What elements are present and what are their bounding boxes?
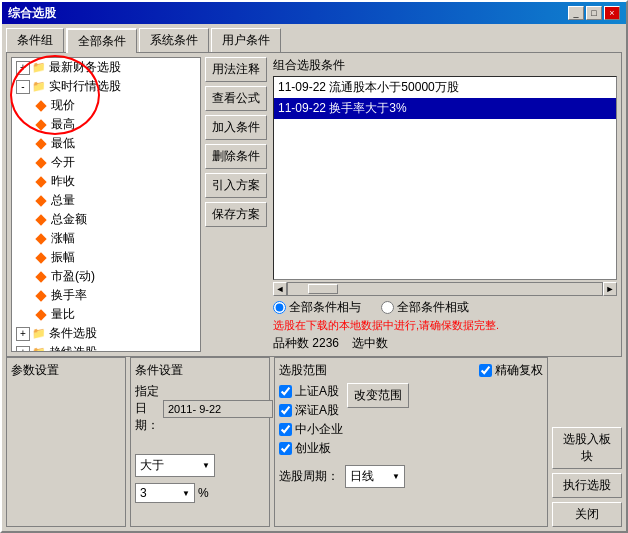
tree-item-zg[interactable]: 最高 bbox=[12, 115, 200, 134]
date-input[interactable] bbox=[163, 400, 273, 418]
checkbox-zxqy[interactable] bbox=[279, 423, 292, 436]
tree-item-sssq[interactable]: - 📁 实时行情选股 bbox=[12, 77, 200, 96]
restore-button[interactable]: □ bbox=[586, 6, 602, 20]
precision-label: 精确复权 bbox=[495, 362, 543, 379]
add-to-plate-button[interactable]: 选股入板块 bbox=[552, 427, 622, 469]
stock-range: 选股范围 上证A股 深证A股 bbox=[274, 357, 548, 527]
tab-all-conditions[interactable]: 全部条件 bbox=[66, 28, 137, 53]
checkbox-label-szq: 深证A股 bbox=[295, 402, 339, 419]
operator-select-container: 大于 ▼ bbox=[135, 454, 265, 477]
right-panel: 用法注释 查看公式 加入条件 删除条件 引入方案 保存方案 组合选股条件 11-… bbox=[205, 57, 617, 352]
leaf-icon-zg bbox=[34, 118, 48, 132]
period-select[interactable]: 日线 ▼ bbox=[345, 465, 405, 488]
close-main-button[interactable]: 关闭 bbox=[552, 502, 622, 527]
tree-item-tjxg[interactable]: + 📁 条件选股 bbox=[12, 324, 200, 343]
checkbox-item-1: 深证A股 bbox=[279, 402, 343, 419]
execute-button[interactable]: 执行选股 bbox=[552, 473, 622, 498]
checkbox-item-2: 中小企业 bbox=[279, 421, 343, 438]
tree-item-zdf[interactable]: 涨幅 bbox=[12, 229, 200, 248]
radio-group: 全部条件相与 全部条件相或 bbox=[273, 299, 617, 316]
scroll-left-button[interactable]: ◄ bbox=[273, 282, 287, 296]
radio-all-and[interactable]: 全部条件相与 bbox=[273, 299, 361, 316]
leaf-icon-zhf bbox=[34, 251, 48, 265]
cond-settings: 条件设置 指定日期： 大于 ▼ 3 ▼ % bbox=[130, 357, 270, 527]
checkbox-shzq[interactable] bbox=[279, 385, 292, 398]
tab-condition-group[interactable]: 条件组 bbox=[6, 28, 64, 52]
date-label: 指定日期： bbox=[135, 383, 159, 434]
leaf-icon-zs bbox=[34, 175, 48, 189]
scrollbar-thumb[interactable] bbox=[308, 284, 338, 294]
tree-item-lb[interactable]: 量比 bbox=[12, 305, 200, 324]
conditions-buttons: 用法注释 查看公式 加入条件 删除条件 引入方案 保存方案 bbox=[205, 57, 267, 352]
condition-item-0[interactable]: 11-09-22 流通股本小于50000万股 bbox=[274, 77, 616, 98]
radio-input-and[interactable] bbox=[273, 301, 286, 314]
tree-item-jk[interactable]: 今开 bbox=[12, 153, 200, 172]
add-note-button[interactable]: 用法注释 bbox=[205, 57, 267, 82]
conditions-panel-title: 组合选股条件 bbox=[273, 57, 617, 74]
view-formula-button[interactable]: 查看公式 bbox=[205, 86, 267, 111]
tree-item-zhf[interactable]: 振幅 bbox=[12, 248, 200, 267]
scroll-right-button[interactable]: ► bbox=[603, 282, 617, 296]
period-label: 选股周期： bbox=[279, 468, 339, 485]
leaf-icon-spzb bbox=[34, 270, 48, 284]
checkbox-cyb[interactable] bbox=[279, 442, 292, 455]
scrollbar-horizontal[interactable] bbox=[287, 282, 603, 296]
tree-item-zl[interactable]: 总量 bbox=[12, 191, 200, 210]
tree-item-xj[interactable]: 现价 bbox=[12, 96, 200, 115]
stock-count-label: 品种数 bbox=[273, 336, 309, 350]
expand-icon-cj[interactable]: + bbox=[16, 61, 30, 75]
tab-system-conditions[interactable]: 系统条件 bbox=[139, 28, 209, 52]
radio-all-or[interactable]: 全部条件相或 bbox=[381, 299, 469, 316]
tree-container[interactable]: + 📁 最新财务选股 - 📁 实时行情选股 现价 最高 bbox=[11, 57, 201, 352]
operator-label: 大于 bbox=[140, 457, 164, 474]
scrollbar-area: ◄ ► bbox=[273, 282, 617, 296]
operator-select[interactable]: 大于 ▼ bbox=[135, 454, 215, 477]
warning-text: 选股在下载的本地数据中进行,请确保数据完整. bbox=[273, 318, 617, 333]
selected-label: 选中数 bbox=[352, 336, 388, 350]
save-plan-button[interactable]: 保存方案 bbox=[205, 202, 267, 227]
stock-range-grid: 上证A股 深证A股 中小企业 bbox=[279, 383, 409, 459]
tabs-bar: 条件组 全部条件 系统条件 用户条件 bbox=[2, 24, 626, 52]
tree-label-zhf: 振幅 bbox=[51, 249, 75, 266]
checkbox-szq[interactable] bbox=[279, 404, 292, 417]
tree-label-zd: 最低 bbox=[51, 135, 75, 152]
import-plan-button[interactable]: 引入方案 bbox=[205, 173, 267, 198]
folder-icon-qxxg: 📁 bbox=[32, 346, 46, 353]
cond-settings-title: 条件设置 bbox=[135, 362, 265, 379]
tree-label-zl: 总量 bbox=[51, 192, 75, 209]
close-button[interactable]: × bbox=[604, 6, 620, 20]
leaf-icon-zje bbox=[34, 213, 48, 227]
precision-checkbox[interactable] bbox=[479, 364, 492, 377]
expand-icon-tjxg[interactable]: + bbox=[16, 327, 30, 341]
change-range-button[interactable]: 改变范围 bbox=[347, 383, 409, 408]
conditions-list[interactable]: 11-09-22 流通股本小于50000万股 11-09-22 换手率大于3% bbox=[273, 76, 617, 280]
add-condition-button[interactable]: 加入条件 bbox=[205, 115, 267, 140]
param-section: 参数设置 bbox=[6, 357, 126, 527]
value-select[interactable]: 3 ▼ bbox=[135, 483, 195, 503]
condition-item-1[interactable]: 11-09-22 换手率大于3% bbox=[274, 98, 616, 119]
expand-icon-sssq[interactable]: - bbox=[16, 80, 30, 94]
remove-condition-button[interactable]: 删除条件 bbox=[205, 144, 267, 169]
tree-item-hsl[interactable]: 换手率 bbox=[12, 286, 200, 305]
bottom-section: 参数设置 条件设置 指定日期： 大于 ▼ 3 ▼ bbox=[6, 357, 622, 527]
title-bar-controls: _ □ × bbox=[568, 6, 620, 20]
stock-count-area: 品种数 2236 选中数 bbox=[273, 335, 388, 352]
tab-user-conditions[interactable]: 用户条件 bbox=[211, 28, 281, 52]
tree-label-sssq: 实时行情选股 bbox=[49, 78, 121, 95]
folder-icon-tjxg: 📁 bbox=[32, 327, 46, 341]
tree-item-qxxg[interactable]: + 📁 趋线选股 bbox=[12, 343, 200, 352]
expand-icon-qxxg[interactable]: + bbox=[16, 346, 30, 353]
tree-item-zd[interactable]: 最低 bbox=[12, 134, 200, 153]
radio-input-or[interactable] bbox=[381, 301, 394, 314]
right-buttons: 选股入板块 执行选股 关闭 bbox=[552, 357, 622, 527]
leaf-icon-hsl bbox=[34, 289, 48, 303]
leaf-icon-zl bbox=[34, 194, 48, 208]
leaf-icon-zdf bbox=[34, 232, 48, 246]
tree-item-zje[interactable]: 总金额 bbox=[12, 210, 200, 229]
folder-icon-cj: 📁 bbox=[32, 61, 46, 75]
tree-label-zje: 总金额 bbox=[51, 211, 87, 228]
tree-item-spzb[interactable]: 市盈(动) bbox=[12, 267, 200, 286]
tree-item-cj[interactable]: + 📁 最新财务选股 bbox=[12, 58, 200, 77]
minimize-button[interactable]: _ bbox=[568, 6, 584, 20]
tree-item-zs[interactable]: 昨收 bbox=[12, 172, 200, 191]
